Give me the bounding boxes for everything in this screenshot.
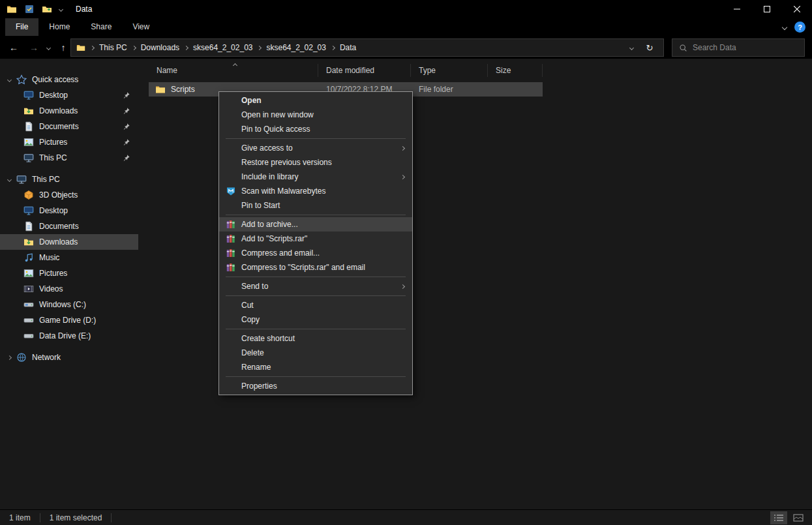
details-view-button[interactable] <box>770 511 787 524</box>
menu-item-label: Pin to Start <box>241 201 404 210</box>
address-dropdown-chevron-icon[interactable] <box>629 45 634 50</box>
breadcrumb-item-skse64-2-02-03[interactable]: skse64_2_02_03 <box>188 43 258 52</box>
menu-item-add-to-scripts-rar[interactable]: Add to "Scripts.rar" <box>219 232 412 246</box>
sidebar-item-3d-objects[interactable]: 3D Objects <box>0 187 138 203</box>
expander-icon[interactable] <box>7 355 12 359</box>
sidebar-item-label: Windows (C:) <box>39 300 86 309</box>
menu-item-pin-to-start[interactable]: Pin to Start <box>219 198 412 213</box>
sidebar-item-documents[interactable]: Documents <box>0 119 138 134</box>
sidebar-item-music[interactable]: Music <box>0 250 138 265</box>
up-button[interactable]: ↑ <box>56 40 70 55</box>
sidebar-section-this-pc[interactable]: This PC <box>0 172 138 187</box>
breadcrumb-item-skse64-2-02-03[interactable]: skse64_2_02_03 <box>261 43 331 52</box>
sidebar-item-label: 3D Objects <box>39 190 78 200</box>
cube-icon <box>23 190 34 200</box>
expander-icon[interactable] <box>7 77 12 82</box>
menu-item-properties[interactable]: Properties <box>219 379 412 393</box>
sidebar-item-videos[interactable]: Videos <box>0 281 138 297</box>
menu-item-label: Open in new window <box>241 110 404 119</box>
menu-item-label: Pin to Quick access <box>241 125 404 134</box>
address-folder-icon <box>76 43 85 52</box>
menu-item-copy[interactable]: Copy <box>219 312 412 327</box>
menu-item-include-in-library[interactable]: Include in library <box>219 170 412 184</box>
sidebar-item-desktop[interactable]: Desktop <box>0 203 138 218</box>
menu-item-pin-to-quick-access[interactable]: Pin to Quick access <box>219 122 412 136</box>
forward-button[interactable]: → <box>27 40 41 55</box>
menu-item-compress-to-scripts-rar-and-email[interactable]: Compress to "Scripts.rar" and email <box>219 260 412 275</box>
column-header-label: Type <box>419 66 436 75</box>
column-header-name[interactable]: Name <box>149 64 318 77</box>
recent-locations-chevron-icon[interactable] <box>46 45 51 50</box>
menu-item-icon-slot <box>226 381 241 391</box>
explorer-window: Data FileHomeShareView ? ← → ↑ <box>0 0 812 525</box>
nav-buttons: ← → ↑ <box>7 38 70 57</box>
column-header-date-modified[interactable]: Date modified <box>318 64 411 77</box>
sidebar-section-network[interactable]: Network <box>0 350 138 365</box>
menu-separator <box>226 295 406 296</box>
search-input[interactable] <box>693 43 790 52</box>
menu-item-icon-slot <box>226 314 241 325</box>
sidebar-item-game-drive-d[interactable]: Game Drive (D:) <box>0 312 138 328</box>
column-header-type[interactable]: Type <box>411 64 488 77</box>
menu-item-open[interactable]: Open <box>219 93 412 108</box>
sidebar-item-desktop[interactable]: Desktop <box>0 87 138 103</box>
menu-item-icon-slot <box>226 124 241 134</box>
menu-item-give-access-to[interactable]: Give access to <box>219 141 412 155</box>
tab-view[interactable]: View <box>122 18 160 36</box>
menu-item-create-shortcut[interactable]: Create shortcut <box>219 331 412 346</box>
ribbon-collapse-icon[interactable] <box>782 24 787 29</box>
minimize-button[interactable] <box>722 0 752 18</box>
sidebar-item-pictures[interactable]: Pictures <box>0 265 138 281</box>
menu-separator <box>226 329 406 329</box>
menu-item-cut[interactable]: Cut <box>219 298 412 312</box>
menu-item-delete[interactable]: Delete <box>219 346 412 360</box>
refresh-button[interactable]: ↻ <box>642 40 657 55</box>
sidebar-item-label: Desktop <box>39 91 68 100</box>
search-box[interactable] <box>672 38 805 57</box>
computer-icon <box>16 174 27 185</box>
menu-item-add-to-archive[interactable]: Add to archive... <box>219 217 412 232</box>
qat-properties-icon[interactable] <box>24 4 35 14</box>
menu-item-label: Send to <box>241 282 401 291</box>
column-header-size[interactable]: Size <box>488 64 543 77</box>
sidebar-item-documents[interactable]: Documents <box>0 218 138 234</box>
maximize-button[interactable] <box>752 0 782 18</box>
menu-item-send-to[interactable]: Send to <box>219 279 412 293</box>
app-folder-icon <box>7 4 17 14</box>
address-bar[interactable]: This PCDownloadsskse64_2_02_03skse64_2_0… <box>70 38 664 57</box>
sidebar-item-downloads[interactable]: Downloads <box>0 103 138 119</box>
sidebar-item-windows-c[interactable]: Windows (C:) <box>0 297 138 312</box>
help-button[interactable]: ? <box>794 22 805 33</box>
tab-home[interactable]: Home <box>38 18 80 36</box>
expander-icon[interactable] <box>7 177 12 181</box>
details-view-icon <box>774 514 784 522</box>
qat-new-folder-icon[interactable] <box>42 4 52 14</box>
document-icon <box>23 121 34 132</box>
close-button[interactable] <box>782 0 812 18</box>
qat-chevron-down-icon[interactable] <box>59 7 63 11</box>
back-button[interactable]: ← <box>7 40 21 55</box>
sidebar-item-this-pc[interactable]: This PC <box>0 150 138 166</box>
thumbnails-view-button[interactable] <box>790 511 807 524</box>
sidebar-section-quick-access[interactable]: Quick access <box>0 72 138 87</box>
menu-item-icon-slot <box>226 300 241 310</box>
breadcrumb-item-this-pc[interactable]: This PC <box>94 43 132 52</box>
menu-item-rename[interactable]: Rename <box>219 360 412 374</box>
menu-item-compress-and-email[interactable]: Compress and email... <box>219 246 412 260</box>
menu-item-label: Compress and email... <box>241 248 404 258</box>
menu-item-restore-previous-versions[interactable]: Restore previous versions <box>219 155 412 170</box>
menu-item-label: Give access to <box>241 143 401 153</box>
breadcrumb-item-data[interactable]: Data <box>335 43 361 52</box>
tab-share[interactable]: Share <box>80 18 122 36</box>
menu-item-scan-with-malwarebytes[interactable]: Scan with Malwarebytes <box>219 184 412 198</box>
menu-item-icon-slot <box>226 110 241 120</box>
sidebar-item-downloads[interactable]: Downloads <box>0 234 138 250</box>
sidebar-item-data-drive-e[interactable]: Data Drive (E:) <box>0 328 138 344</box>
breadcrumb-item-downloads[interactable]: Downloads <box>136 43 185 52</box>
file-type: File folder <box>411 82 488 97</box>
view-switcher <box>770 511 812 524</box>
sidebar-item-pictures[interactable]: Pictures <box>0 134 138 150</box>
tab-file[interactable]: File <box>5 18 38 36</box>
menu-item-open-in-new-window[interactable]: Open in new window <box>219 108 412 122</box>
drive-windows-icon <box>23 299 34 310</box>
